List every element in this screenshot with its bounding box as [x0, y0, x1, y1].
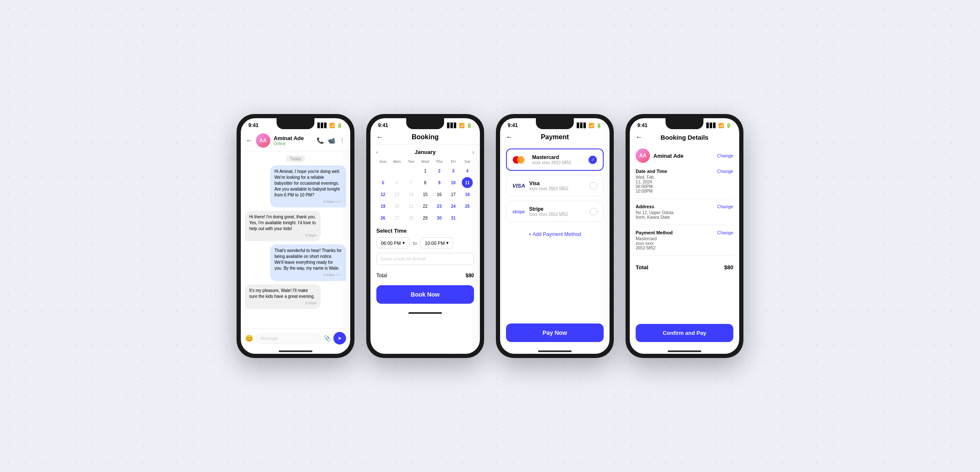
- details-title: Booking Details: [642, 134, 727, 141]
- phone-icon[interactable]: 📞: [317, 137, 324, 144]
- book-now-button[interactable]: Book Now: [376, 285, 474, 304]
- time-to-select[interactable]: 10:00 PM ▾: [420, 237, 453, 249]
- detail-row-address: Address No 12, Upper Odota Ilorin, Kwara…: [636, 204, 733, 220]
- cal-day[interactable]: 30: [434, 212, 445, 223]
- send-button[interactable]: ➤: [333, 332, 346, 345]
- prev-month-button[interactable]: ‹: [376, 149, 378, 155]
- cal-day[interactable]: 9: [434, 177, 445, 188]
- cal-day[interactable]: 22: [420, 201, 431, 212]
- cal-day: [378, 165, 389, 176]
- time-from-select[interactable]: 06:00 PM ▾: [376, 237, 410, 249]
- cal-day[interactable]: 17: [448, 189, 459, 200]
- time-separator: to: [413, 241, 417, 246]
- payment-card-mastercard[interactable]: Mastercard xxxx xxxx 2653 5852 ✓: [506, 148, 604, 171]
- battery-icon-b: 🔋: [466, 123, 472, 128]
- change-person-button[interactable]: Change: [717, 153, 733, 158]
- cal-header-mon: Mon: [390, 159, 403, 164]
- back-button-booking[interactable]: ←: [376, 133, 383, 141]
- cal-day[interactable]: 23: [434, 201, 445, 212]
- cal-day: 14: [406, 189, 417, 200]
- cal-day[interactable]: 12: [378, 189, 389, 200]
- mc-right-circle: [517, 156, 525, 164]
- status-icons-payment: ▋▋▋ 📶 🔋: [577, 123, 602, 128]
- person-info: AA Aminat Ade: [636, 148, 684, 163]
- back-button-payment[interactable]: ←: [506, 133, 513, 141]
- cal-day[interactable]: 4: [462, 165, 473, 176]
- emoji-button[interactable]: 😊: [245, 334, 253, 342]
- cal-day[interactable]: 5: [378, 177, 389, 188]
- battery-icon-d: 🔋: [726, 123, 732, 128]
- note-input[interactable]: Leave a note for Aminat: [376, 253, 474, 265]
- cal-day[interactable]: 16: [434, 189, 445, 200]
- stripe-number: xxxx xxxx 2653 5852: [529, 212, 590, 217]
- details-header: ← Booking Details: [630, 130, 739, 144]
- back-button-details[interactable]: ←: [636, 133, 642, 141]
- cal-day[interactable]: 24: [448, 201, 459, 212]
- home-indicator-chat: [279, 350, 312, 352]
- payment-title: Payment: [513, 133, 597, 141]
- booking-header: ← Booking: [370, 130, 480, 145]
- chat-action-icons: 📞 📹 ⋮: [317, 137, 345, 144]
- pay-now-button[interactable]: Pay Now: [506, 324, 604, 342]
- cal-day: [406, 165, 417, 176]
- cal-day-today[interactable]: 11: [462, 177, 473, 188]
- payment-body: Mastercard xxxx xxxx 2653 5852 ✓ VISA Vi…: [500, 144, 610, 320]
- change-datetime-button[interactable]: Change: [717, 169, 733, 174]
- cal-day[interactable]: 29: [420, 212, 431, 223]
- detail-row-payment: Payment Method Mastercardxxxx xxxx 2653 …: [636, 230, 733, 250]
- total-row-booking: Total $80: [370, 269, 480, 282]
- cal-day[interactable]: 1: [420, 165, 431, 176]
- stripe-name: Stripe: [529, 206, 590, 212]
- cal-day[interactable]: 8: [420, 177, 431, 188]
- payment-card-stripe[interactable]: stripe Stripe xxxx xxxx 2653 5852: [506, 201, 604, 222]
- avatar-chat: AA: [256, 133, 270, 148]
- cal-day[interactable]: 31: [448, 212, 459, 223]
- message-time-4: 5:32pm: [249, 301, 317, 305]
- cal-day[interactable]: 3: [448, 165, 459, 176]
- calendar-nav: ‹ January ›: [376, 149, 474, 155]
- cal-day[interactable]: 18: [462, 189, 473, 200]
- notch-chat: [277, 118, 314, 129]
- visa-name: Visa: [529, 180, 590, 186]
- attachment-button[interactable]: 📎: [324, 335, 331, 342]
- back-button-chat[interactable]: ←: [246, 137, 253, 144]
- next-month-button[interactable]: ›: [472, 149, 474, 155]
- home-indicator-booking: [408, 312, 442, 314]
- detail-content-address: Address No 12, Upper Odota Ilorin, Kwara…: [636, 204, 709, 220]
- payment-header: ← Payment: [500, 130, 610, 144]
- message-input[interactable]: Message: [256, 333, 321, 344]
- cal-day: 27: [391, 212, 402, 223]
- cal-day[interactable]: 26: [378, 212, 389, 223]
- wifi-icon: 📶: [329, 123, 335, 128]
- detail-value-address: No 12, Upper Odota Ilorin, Kwara State: [636, 210, 683, 220]
- payment-card-visa[interactable]: VISA Visa xxxx xxxx 2653 5852: [506, 175, 604, 196]
- phone-chat: 9:41 ▋▋▋ 📶 🔋 ← AA Aminat Ade Online 📞 📹 …: [237, 114, 354, 358]
- video-icon[interactable]: 📹: [328, 137, 335, 144]
- cal-day[interactable]: 15: [420, 189, 431, 200]
- more-icon[interactable]: ⋮: [339, 137, 345, 144]
- chat-body: Today Hi Aminat, I hope you're doing wel…: [241, 151, 350, 328]
- phone-details: 9:41 ▋▋▋ 📶 🔋 ← Booking Details AA Aminat…: [626, 114, 743, 358]
- detail-label-address: Address: [636, 204, 709, 209]
- change-address-button[interactable]: Change: [717, 204, 733, 209]
- signal-icon-p: ▋▋▋: [577, 123, 587, 128]
- chevron-down-icon-from: ▾: [402, 240, 405, 246]
- confirm-pay-button[interactable]: Confirm and Pay: [636, 324, 733, 342]
- time-row: 06:00 PM ▾ to 10:00 PM ▾: [376, 237, 474, 249]
- notch-details: [666, 118, 703, 129]
- battery-icon: 🔋: [337, 123, 343, 128]
- wifi-icon-b: 📶: [459, 123, 465, 128]
- chat-header-info: Aminat Ade Online: [274, 135, 317, 146]
- message-received-1: Hi there! I'm doing great, thank you. Ye…: [245, 211, 321, 241]
- chat-contact-name: Aminat Ade: [274, 135, 317, 141]
- visa-info: Visa xxxx xxxx 2653 5852: [529, 180, 590, 191]
- cal-header-sun: Sun: [376, 159, 389, 164]
- change-payment-button[interactable]: Change: [717, 230, 733, 235]
- add-payment-button[interactable]: + Add Payment Method: [506, 226, 604, 242]
- cal-header-wed: Wed: [418, 159, 431, 164]
- message-text-3: That's wonderful to hear! Thanks for bei…: [274, 248, 342, 270]
- cal-day[interactable]: 25: [462, 201, 473, 212]
- cal-day[interactable]: 19: [378, 201, 389, 212]
- cal-day[interactable]: 2: [434, 165, 445, 176]
- cal-day[interactable]: 10: [448, 177, 459, 188]
